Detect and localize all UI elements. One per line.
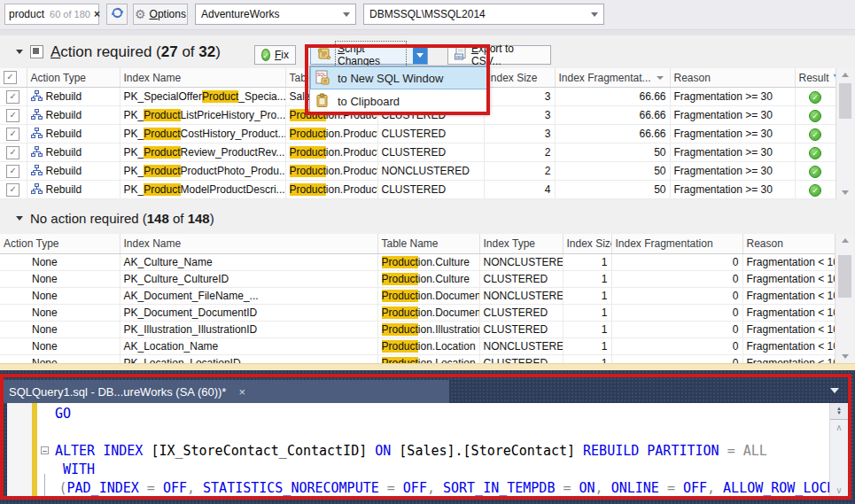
collapse-caret-icon[interactable]: [16, 216, 23, 221]
no-action-table-row[interactable]: NoneAK_Culture_NameProduction.CultureNON…: [0, 254, 835, 271]
clipboard-icon: [315, 93, 330, 109]
no-action-table-row[interactable]: NoneAK_Document_FileName_...Production.D…: [0, 288, 835, 305]
fold-collapse-icon[interactable]: −: [41, 446, 49, 454]
row-checkbox[interactable]: ✓: [6, 146, 19, 159]
no-action-table-row[interactable]: NonePK_Culture_CultureIDProduction.Cultu…: [0, 271, 835, 288]
script-changes-dropdown-arrow[interactable]: [413, 46, 427, 64]
row-checkbox[interactable]: ✓: [6, 165, 19, 178]
success-icon: ✓: [809, 110, 821, 122]
col-index-size[interactable]: Index Size: [484, 68, 555, 88]
col-index-fragmentation[interactable]: Index Fragmentation: [611, 234, 742, 254]
cell-action-type: Rebuild: [27, 125, 120, 143]
clear-search-icon[interactable]: ×: [94, 8, 100, 20]
cell-reason: Fragmentation < 10: [742, 338, 835, 355]
refresh-button[interactable]: [106, 4, 128, 25]
col-index-fragmentation[interactable]: Index Fragmentat...: [555, 68, 670, 88]
success-icon: ✓: [809, 91, 821, 104]
scroll-up-icon[interactable]: ∧: [830, 423, 848, 432]
action-table-row[interactable]: ✓RebuildPK_ProductProductPhoto_Produ...P…: [0, 162, 836, 181]
col-result[interactable]: Result: [795, 68, 836, 88]
no-action-table-row[interactable]: NonePK_Illustration_IllustrationIDProduc…: [0, 322, 835, 338]
success-icon: ✓: [809, 166, 821, 178]
cell-reason: Fragmentation >= 30: [670, 162, 795, 181]
no-action-header: No action required (148 of 148): [0, 202, 855, 234]
fix-button[interactable]: ✓ Fix: [254, 45, 296, 65]
select-all-checkbox[interactable]: [30, 45, 43, 58]
cell-action-type: None: [0, 271, 120, 288]
split-editor-handle[interactable]: ▲▼: [830, 403, 848, 420]
col-index-name[interactable]: Index Name: [120, 234, 377, 254]
editor-scrollbar[interactable]: ▲▼ ∧ ∨: [829, 403, 848, 499]
cell-reason: Fragmentation < 10: [742, 254, 835, 271]
refresh-icon: [111, 6, 124, 22]
scroll-up-icon[interactable]: [836, 68, 854, 81]
fold-guide-line: [44, 474, 51, 499]
index-tree-icon: [31, 146, 43, 157]
row-checkbox[interactable]: ✓: [6, 90, 19, 104]
cell-index-name: PK_ProductReview_ProductRev...: [120, 143, 285, 162]
server-dropdown[interactable]: DBMSSQL\MSSQL2014: [363, 4, 604, 25]
col-action-type[interactable]: Action Type: [27, 68, 120, 88]
tab-list-dropdown-icon[interactable]: [830, 388, 839, 393]
script-changes-button[interactable]: Script Changes: [310, 45, 428, 65]
sql-code[interactable]: GO−ALTER INDEX [IX_StoreContact_ContactI…: [7, 405, 830, 499]
cell-reason: Fragmentation >= 30: [670, 181, 795, 199]
menu-item-to-new-sql-window[interactable]: SQLto New SQL Window: [310, 66, 487, 89]
search-value: product: [9, 8, 44, 20]
cell-index-name: PK_ProductProductPhoto_Produ...: [120, 162, 285, 181]
script-changes-menu: SQLto New SQL Windowto Clipboard: [309, 66, 488, 113]
cell-index-fragmentation: 50: [555, 143, 670, 162]
no-action-table-row[interactable]: NoneAK_Location_NameProduction.LocationN…: [0, 338, 835, 355]
no-action-table-row[interactable]: NonePK_Document_DocumentIDProduction.Doc…: [0, 305, 835, 322]
action-table-row[interactable]: ✓RebuildPK_ProductModelProductDescri...P…: [0, 181, 836, 199]
action-table-row[interactable]: ✓RebuildPK_ProductReview_ProductRev...Pr…: [0, 143, 836, 162]
scroll-down-icon[interactable]: [836, 350, 854, 363]
export-csv-button[interactable]: csv Export to CSV...: [447, 45, 551, 65]
close-icon[interactable]: ×: [238, 385, 245, 399]
row-checkbox[interactable]: ✓: [6, 128, 19, 141]
svg-text:SQL: SQL: [317, 72, 326, 77]
col-reason[interactable]: Reason: [670, 68, 795, 88]
cell-table-name: Production.Document: [377, 288, 479, 305]
sql-dock-window: SQLQuery1.sql - DB...ureWorks (SA (60))*…: [0, 370, 855, 504]
code-line: (PAD_INDEX = OFF, STATISTICS_NORECOMPUTE…: [7, 479, 830, 498]
search-input[interactable]: product 60 of 180 ×: [4, 4, 99, 25]
scroll-up-icon[interactable]: [836, 234, 854, 247]
action-table-row[interactable]: ✓RebuildPK_ProductCostHistory_Product...…: [0, 125, 836, 143]
scroll-down-icon[interactable]: [836, 186, 854, 199]
col-index-type[interactable]: Index Type: [479, 234, 563, 254]
cell-reason: Fragmentation >= 30: [670, 143, 795, 162]
row-checkbox[interactable]: ✓: [6, 183, 19, 197]
sql-editor[interactable]: GO−ALTER INDEX [IX_StoreContact_ContactI…: [7, 403, 848, 499]
collapse-caret-icon[interactable]: [16, 50, 23, 54]
col-table-name[interactable]: Table Name: [377, 234, 479, 254]
cell-index-name: PK_ProductModelProductDescri...: [120, 181, 285, 199]
col-index-size[interactable]: Index Size: [563, 234, 611, 254]
cell-index-size: 1: [563, 254, 611, 271]
section-title: No action required: [30, 211, 139, 226]
cell-table-name: Production.Culture: [377, 271, 479, 288]
header-checkbox[interactable]: ✓: [4, 71, 17, 84]
col-index-name[interactable]: Index Name: [120, 68, 285, 88]
menu-item-to-clipboard[interactable]: to Clipboard: [310, 89, 487, 112]
col-reason[interactable]: Reason: [742, 234, 835, 254]
cell-index-type: NONCLUSTERED: [377, 162, 484, 181]
database-dropdown[interactable]: AdventureWorks: [195, 4, 356, 25]
sql-query-tab[interactable]: SQLQuery1.sql - DB...ureWorks (SA (60))*…: [2, 380, 449, 403]
scrollbar-thumb[interactable]: [838, 255, 851, 298]
action-table-scrollbar[interactable]: [836, 68, 854, 199]
indeterminate-mark: [33, 48, 39, 54]
cell-reason: Fragmentation >= 30: [670, 88, 795, 106]
scroll-down-icon[interactable]: ∨: [830, 485, 848, 495]
cell-reason: Fragmentation < 10: [742, 305, 835, 322]
options-button[interactable]: ⚙ Options: [133, 4, 188, 25]
cell-action-type: Rebuild: [27, 143, 120, 162]
row-checkbox[interactable]: ✓: [6, 109, 19, 122]
cell-action-type: None: [0, 288, 120, 305]
cell-action-type: None: [0, 254, 120, 271]
scrollbar-thumb[interactable]: [839, 83, 851, 119]
cell-table-name: Production.ProductP...: [285, 162, 377, 181]
col-action-type[interactable]: Action Type: [0, 234, 120, 254]
cell-action-type: Rebuild: [27, 162, 120, 181]
no-action-table-scrollbar[interactable]: [835, 234, 854, 363]
